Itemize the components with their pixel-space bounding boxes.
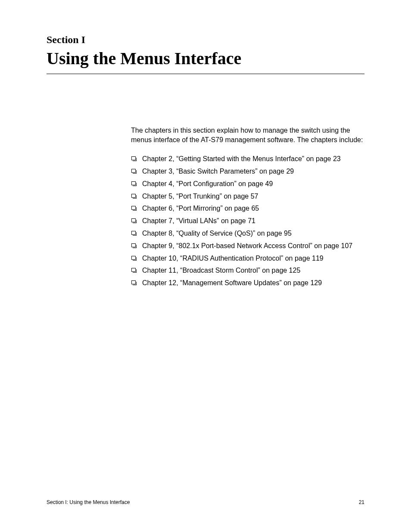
chapter-item-text: Chapter 5, “Port Trunking” on page 57 [142, 193, 258, 200]
chapter-item: Chapter 10, “RADIUS Authentication Proto… [131, 254, 364, 263]
body-content: The chapters in this section explain how… [131, 126, 364, 288]
intro-paragraph: The chapters in this section explain how… [131, 126, 364, 144]
chapter-item-text: Chapter 7, “Virtual LANs” on page 71 [142, 217, 255, 224]
bullet-icon [131, 194, 136, 198]
chapter-item: Chapter 11, “Broadcast Storm Control” on… [131, 266, 364, 275]
section-title: Using the Menus Interface [47, 48, 364, 74]
chapter-item-text: Chapter 4, “Port Configuration” on page … [142, 180, 273, 187]
bullet-icon [131, 280, 136, 284]
chapter-item: Chapter 2, “Getting Started with the Men… [131, 155, 364, 164]
chapter-item-text: Chapter 2, “Getting Started with the Men… [142, 155, 341, 162]
bullet-icon [131, 218, 136, 222]
chapter-list: Chapter 2, “Getting Started with the Men… [131, 155, 364, 288]
chapter-item: Chapter 7, “Virtual LANs” on page 71 [131, 217, 364, 226]
chapter-item: Chapter 9, “802.1x Port-based Network Ac… [131, 242, 364, 251]
page-number: 21 [359, 499, 364, 505]
chapter-item-text: Chapter 3, “Basic Switch Parameters” on … [142, 168, 294, 175]
chapter-item-text: Chapter 11, “Broadcast Storm Control” on… [142, 267, 300, 274]
chapter-item-text: Chapter 8, “Quality of Service (QoS)” on… [142, 230, 292, 237]
chapter-item: Chapter 3, “Basic Switch Parameters” on … [131, 167, 364, 176]
bullet-icon [131, 181, 136, 185]
chapter-item: Chapter 6, “Port Mirroring” on page 65 [131, 204, 364, 213]
bullet-icon [131, 268, 136, 272]
page-container: Section I Using the Menus Interface The … [0, 0, 411, 288]
chapter-item-text: Chapter 6, “Port Mirroring” on page 65 [142, 205, 259, 212]
chapter-item: Chapter 4, “Port Configuration” on page … [131, 180, 364, 189]
bullet-icon [131, 206, 136, 210]
chapter-item: Chapter 12, “Management Software Updates… [131, 279, 364, 288]
page-footer: Section I: Using the Menus Interface 21 [47, 499, 364, 505]
bullet-icon [131, 231, 136, 235]
bullet-icon [131, 169, 136, 173]
bullet-icon [131, 256, 136, 260]
chapter-item: Chapter 8, “Quality of Service (QoS)” on… [131, 229, 364, 238]
chapter-item-text: Chapter 9, “802.1x Port-based Network Ac… [142, 242, 352, 249]
bullet-icon [131, 156, 136, 160]
section-label: Section I [47, 34, 364, 46]
chapter-item: Chapter 5, “Port Trunking” on page 57 [131, 192, 364, 201]
chapter-item-text: Chapter 12, “Management Software Updates… [142, 279, 322, 286]
chapter-item-text: Chapter 10, “RADIUS Authentication Proto… [142, 255, 324, 262]
footer-left-text: Section I: Using the Menus Interface [47, 499, 130, 505]
bullet-icon [131, 243, 136, 247]
